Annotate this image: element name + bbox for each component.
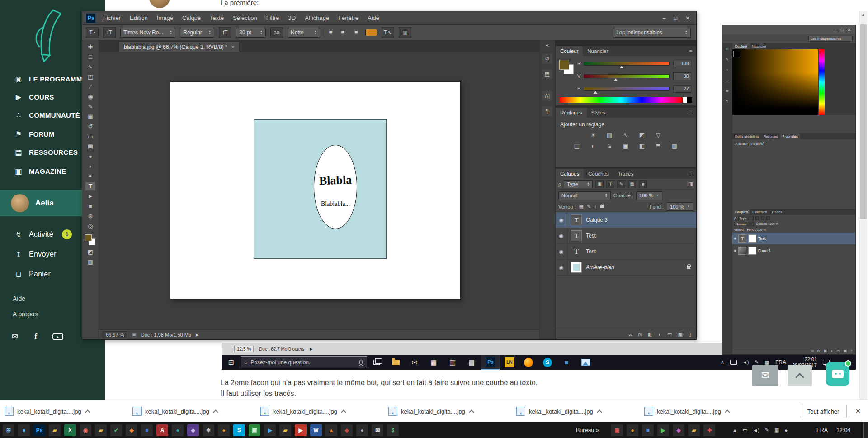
menu-calque: Calque bbox=[182, 14, 201, 21]
mini-dock-icon: ⊞ bbox=[726, 47, 729, 51]
app-icon[interactable]: ▰ bbox=[95, 424, 107, 436]
download-item[interactable]: ▲ kekai_kotaki_digita....jpg bbox=[516, 407, 644, 416]
app-icon[interactable]: X bbox=[64, 424, 76, 436]
app-icon[interactable]: W bbox=[310, 424, 322, 436]
language-indicator[interactable]: FRA bbox=[816, 427, 828, 433]
app-icon[interactable]: ● bbox=[218, 424, 230, 436]
app-icon[interactable]: ● bbox=[172, 424, 184, 436]
download-item[interactable]: ▲ kekai_kotaki_digita....jpg bbox=[644, 407, 772, 416]
app-icon[interactable]: Ps bbox=[33, 424, 45, 436]
blur-tool-icon: ● bbox=[85, 152, 95, 161]
scroll-up-arrow-icon[interactable]: ▲ bbox=[859, 13, 868, 17]
clock[interactable]: 12:04 bbox=[836, 427, 850, 433]
spinner-icon: ▲▼ bbox=[683, 30, 688, 35]
minimize-icon: – bbox=[663, 15, 666, 21]
history-brush-tool-icon: ↺ bbox=[85, 122, 95, 131]
menu-3d: 3D bbox=[288, 14, 296, 21]
quick-mask-icon: ◩ bbox=[85, 248, 95, 256]
browser-scrollbar[interactable]: ▲ ▼ bbox=[859, 11, 867, 422]
app-icon[interactable]: ✔ bbox=[110, 424, 122, 436]
toggle-panels-icon: ▥ bbox=[399, 27, 411, 38]
scrollbar-thumb[interactable] bbox=[860, 24, 867, 219]
sidebar-item-aide[interactable]: Aide bbox=[13, 295, 25, 302]
text-color-swatch bbox=[365, 29, 377, 36]
tray-icon[interactable]: ● bbox=[784, 428, 788, 433]
app-icon[interactable]: ◉ bbox=[80, 424, 91, 436]
app-icon[interactable]: ✱ bbox=[203, 424, 214, 436]
app-icon[interactable]: ✚ bbox=[703, 424, 715, 436]
close-download-bar-icon[interactable]: ✕ bbox=[855, 407, 861, 415]
mini-window-controls: – □ ✕ bbox=[722, 25, 855, 34]
app-icon[interactable]: ▶ bbox=[264, 424, 276, 436]
app-icon[interactable]: e bbox=[18, 424, 30, 436]
tray-caret-icon[interactable]: ▲ bbox=[732, 428, 737, 433]
app-icon[interactable]: $ bbox=[387, 424, 399, 436]
download-menu-chevron-icon[interactable] bbox=[725, 409, 730, 414]
tray-icon[interactable]: ▦ bbox=[774, 427, 779, 433]
app-icon[interactable]: ▲ bbox=[326, 424, 337, 436]
show-all-downloads-button[interactable]: Tout afficher bbox=[800, 405, 847, 418]
posterize-adjustment-icon: ▥ bbox=[669, 143, 680, 149]
app-icon[interactable]: ● bbox=[627, 424, 638, 436]
pen-tool-icon: ✒ bbox=[85, 172, 95, 181]
mail-icon[interactable]: ✉ bbox=[12, 332, 18, 342]
levels-adjustment-icon: ▦ bbox=[604, 132, 615, 138]
new-layer-icon: ▣ bbox=[678, 331, 683, 337]
history-panel-icon: ↺ bbox=[542, 54, 552, 64]
blue-value: 27 bbox=[673, 85, 691, 93]
new-group-icon: ▭ bbox=[667, 331, 672, 337]
download-item[interactable]: ▲ kekai_kotaki_digita....jpg bbox=[388, 407, 516, 416]
app-icon[interactable]: ◆ bbox=[673, 424, 684, 436]
app-icon[interactable]: ▰ bbox=[688, 424, 700, 436]
app-icon[interactable]: ■ bbox=[642, 424, 654, 436]
text-tool-icon: T bbox=[90, 29, 93, 36]
app-icon[interactable]: ▶ bbox=[657, 424, 669, 436]
app-icon[interactable]: ◆ bbox=[341, 424, 353, 436]
app-icon[interactable]: ◆ bbox=[187, 424, 199, 436]
app-icon[interactable]: ⊞ bbox=[3, 424, 14, 436]
download-item[interactable]: ▲ kekai_kotaki_digita....jpg bbox=[132, 407, 260, 416]
download-file-name: kekai_kotaki_digita....jpg bbox=[657, 408, 721, 415]
adjustments-panel-tabs: Réglages Styles ≡ bbox=[556, 108, 696, 118]
download-menu-chevron-icon[interactable] bbox=[597, 409, 602, 414]
download-menu-chevron-icon[interactable] bbox=[341, 409, 346, 414]
tray-icon[interactable]: ▭ bbox=[743, 427, 747, 433]
contact-mail-widget[interactable]: ✉ bbox=[752, 365, 778, 386]
sidebar-item-a-propos[interactable]: A propos bbox=[13, 310, 38, 318]
zoom-tool-icon: ◎ bbox=[85, 222, 95, 230]
microphone-icon bbox=[359, 360, 363, 365]
download-item[interactable]: ▲ kekai_kotaki_digita....jpg bbox=[260, 407, 388, 416]
facebook-icon[interactable]: f bbox=[34, 332, 37, 341]
youtube-icon[interactable]: ▸ bbox=[52, 333, 63, 340]
desktop-toolbar-label[interactable]: Bureau » bbox=[576, 427, 599, 433]
tray-icon[interactable]: ✎ bbox=[765, 427, 769, 433]
download-menu-chevron-icon[interactable] bbox=[213, 409, 218, 414]
show-desktop-button[interactable] bbox=[863, 422, 868, 438]
download-menu-chevron-icon[interactable] bbox=[469, 409, 474, 414]
site-logo-pencil[interactable] bbox=[26, 5, 70, 65]
mini-dock-icon: ▭ bbox=[726, 78, 729, 82]
app-icon[interactable]: ▶ bbox=[295, 424, 307, 436]
page-intro-text: La première: bbox=[221, 0, 259, 6]
app-icon[interactable]: S bbox=[233, 424, 245, 436]
app-icon[interactable]: ▰ bbox=[279, 424, 291, 436]
volume-tray-icon[interactable]: ◄) bbox=[753, 428, 760, 433]
download-item[interactable]: ▲ kekai_kotaki_digita....jpg bbox=[5, 407, 132, 416]
app-icon[interactable]: ■ bbox=[141, 424, 153, 436]
app-icon[interactable]: ▣ bbox=[611, 424, 623, 436]
chat-widget-button[interactable] bbox=[826, 362, 849, 386]
app-icon[interactable]: ◆ bbox=[126, 424, 137, 436]
minimize-icon: – bbox=[835, 28, 837, 32]
tab-couches: Couches bbox=[584, 169, 613, 179]
menu-affichage: Affichage bbox=[305, 14, 329, 21]
app-icon[interactable]: ▰ bbox=[49, 424, 61, 436]
ps-options-bar: T▾ ↕T Times New Ro...▲▼ Regular▲▼ tT 30 … bbox=[82, 25, 696, 40]
scroll-to-top-button[interactable] bbox=[788, 365, 812, 386]
cortana-search-box: ○ Posez-moi une question. bbox=[241, 356, 367, 368]
app-icon[interactable]: ✉ bbox=[372, 424, 383, 436]
app-icon[interactable]: A bbox=[156, 424, 168, 436]
download-menu-chevron-icon[interactable] bbox=[85, 409, 90, 414]
sidebar-item-label: Activité bbox=[29, 230, 53, 238]
app-icon[interactable]: ● bbox=[356, 424, 368, 436]
app-icon[interactable]: ▣ bbox=[249, 424, 260, 436]
